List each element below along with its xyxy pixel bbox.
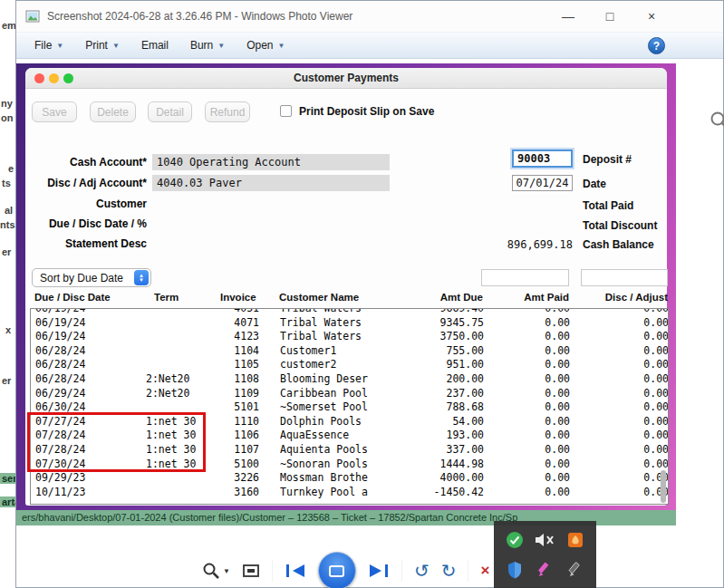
table-cell: 06/28/24 <box>31 358 144 372</box>
table-cell: 5101 <box>221 400 259 415</box>
zoom-button[interactable]: ▼ <box>202 562 230 580</box>
rotate-counterclockwise-button[interactable]: ↺ <box>414 562 430 580</box>
cash-balance-label: Cash Balance <box>583 238 654 251</box>
pink-pen-icon[interactable] <box>536 561 554 579</box>
menu-burn[interactable]: Burn ▼ <box>190 39 225 52</box>
window-controls: — □ × <box>547 1 672 32</box>
table-cell: 4123 <box>221 330 259 344</box>
previous-button[interactable] <box>285 564 306 578</box>
amt-paid-total-input[interactable] <box>481 269 569 286</box>
table-cell: 0.00 <box>484 415 570 429</box>
table-cell: Dolphin Pools <box>259 415 393 429</box>
menu-file[interactable]: File ▼ <box>34 39 63 52</box>
table-cell: AquaEssence <box>259 429 393 443</box>
table-cell: 06/29/24 <box>31 387 144 401</box>
traffic-lights <box>34 73 73 83</box>
detail-button[interactable]: Detail <box>148 101 192 122</box>
table-cell: 0.00 <box>570 400 669 415</box>
search-icon[interactable] <box>709 110 724 131</box>
invoice-grid: 06/19/244051Tribal Waters9669.400.000.00… <box>30 308 669 505</box>
customer-label: Customer <box>25 198 147 210</box>
refund-button[interactable]: Refund <box>205 101 250 122</box>
table-cell <box>144 344 221 359</box>
close-button[interactable]: × <box>631 1 672 32</box>
menu-email[interactable]: Email <box>141 39 169 52</box>
table-cell: 0.00 <box>570 344 669 359</box>
next-button[interactable] <box>368 564 390 578</box>
mute-speaker-icon[interactable] <box>534 532 555 548</box>
print-deposit-slip-checkbox[interactable] <box>280 105 292 117</box>
maximize-button[interactable]: □ <box>589 1 631 32</box>
table-cell: 3226 <box>221 471 259 486</box>
close-traffic-light-icon[interactable] <box>34 73 44 83</box>
sort-dropdown[interactable]: Sort by Due Date ▲ ▼ <box>32 268 151 287</box>
chevron-down-icon: ▼ <box>112 42 120 50</box>
table-cell: Tribal Waters <box>259 330 393 344</box>
column-header: Due / Disc Date <box>30 292 143 306</box>
table-cell: 1110 <box>221 415 259 429</box>
menu-open-label: Open <box>246 39 273 52</box>
table-cell: 0.00 <box>570 387 669 401</box>
table-row[interactable]: 06/19/244051Tribal Waters9669.400.000.00 <box>31 308 668 316</box>
background-text-fragment: ts <box>2 178 11 188</box>
table-cell: 2:Net20 <box>144 387 221 401</box>
rotate-clockwise-button[interactable]: ↻ <box>441 562 457 580</box>
mac-titlebar[interactable]: Customer Payments <box>25 68 667 89</box>
table-cell: 06/28/24 <box>31 344 144 359</box>
table-cell: 0.00 <box>484 372 570 387</box>
table-cell: 06/19/24 <box>31 330 144 344</box>
table-cell: 5100 <box>221 458 259 472</box>
table-row[interactable]: 06/28/241105customer2951.000.000.00 <box>31 358 668 372</box>
play-slideshow-button[interactable] <box>318 552 356 588</box>
date-field[interactable]: 07/01/24 <box>512 175 573 191</box>
table-cell: Tribal Waters <box>259 308 393 316</box>
table-row[interactable]: 09/29/233226Mossman Brothe4000.000.000.0… <box>31 471 668 486</box>
column-header: Amt Paid <box>483 292 569 306</box>
deposit-number-field[interactable]: 90003 <box>512 149 573 168</box>
background-text-fragment: on <box>1 112 13 123</box>
table-row[interactable]: 06/19/244071Tribal Waters9345.750.000.00 <box>31 316 668 331</box>
table-cell <box>144 308 221 316</box>
orange-app-icon[interactable] <box>567 532 584 548</box>
dark-pen-icon[interactable] <box>566 561 584 579</box>
table-cell: 0.00 <box>570 415 669 429</box>
background-text-fragment: nts <box>0 219 15 230</box>
menu-file-label: File <box>34 39 52 52</box>
disc-adjust-total-input[interactable] <box>581 269 668 286</box>
menu-email-label: Email <box>141 39 169 52</box>
minimize-button[interactable]: — <box>547 1 589 32</box>
menu-print[interactable]: Print ▼ <box>85 39 120 52</box>
grid-header: Due / Disc DateTermInvoice #Customer Nam… <box>30 292 668 306</box>
table-row[interactable]: 10/11/233160Turnkey Pool a-1450.420.000.… <box>31 486 668 500</box>
table-cell: 0.00 <box>484 358 570 372</box>
scrollbar-thumb[interactable] <box>661 470 666 503</box>
table-cell: 4071 <box>221 316 259 331</box>
table-cell: 1109 <box>221 387 259 401</box>
window-icon <box>25 9 40 24</box>
table-row[interactable]: 06/28/242:Net201108Blooming Deser200.000… <box>31 372 668 387</box>
zoom-traffic-light-icon[interactable] <box>63 73 73 83</box>
fit-to-window-icon[interactable] <box>242 563 260 579</box>
shield-icon[interactable] <box>507 561 523 579</box>
table-cell: 0.00 <box>570 330 669 344</box>
table-cell: 0.00 <box>570 443 669 458</box>
menu-open[interactable]: Open ▼ <box>246 39 285 52</box>
table-row[interactable]: 06/19/244123Tribal Waters3750.000.000.00 <box>31 330 668 344</box>
check-circle-icon[interactable] <box>506 531 524 549</box>
background-text-fragment: al <box>5 205 13 216</box>
table-row[interactable]: 06/29/242:Net201109Caribbean Pool237.000… <box>31 387 668 401</box>
table-cell: 1106 <box>221 429 259 443</box>
save-button[interactable]: Save <box>32 101 77 122</box>
table-cell: 1104 <box>221 344 259 359</box>
table-cell: Blooming Deser <box>259 372 393 387</box>
minimize-traffic-light-icon[interactable] <box>49 73 59 83</box>
disc-adj-account-field[interactable]: 4040.03 Paver <box>152 175 390 191</box>
help-button[interactable]: ? <box>648 37 665 54</box>
delete-button[interactable]: Delete <box>90 101 136 122</box>
delete-photo-button[interactable]: × <box>480 562 489 580</box>
cash-account-field[interactable]: 1040 Operating Account <box>152 154 390 170</box>
table-row[interactable]: 06/28/241104Customer1755.000.000.00 <box>31 344 668 359</box>
background-text-fragment: e <box>8 163 14 174</box>
table-cell: 0.00 <box>484 443 570 458</box>
background-text-fragment: x <box>5 324 11 335</box>
